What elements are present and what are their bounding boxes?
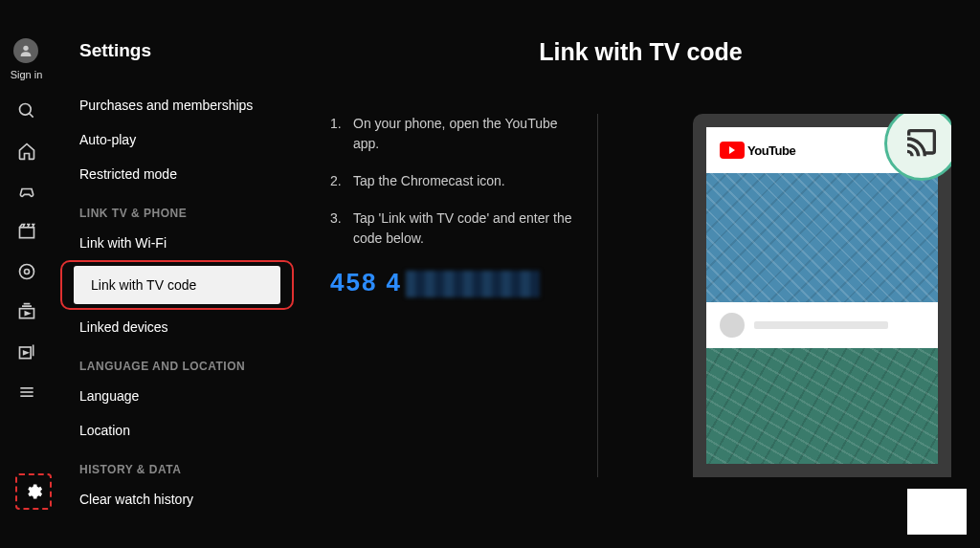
svg-point-1: [19, 104, 31, 116]
gear-icon[interactable]: [24, 482, 43, 501]
step-2: 2.Tap the Chromecast icon.: [330, 171, 578, 191]
channel-avatar-placeholder: [720, 313, 745, 338]
subscriptions-icon[interactable]: [15, 300, 38, 323]
signin-label: Sign in: [11, 69, 43, 80]
main-content: Link with TV code 1.On your phone, open …: [301, 0, 980, 548]
signin-section[interactable]: Sign in: [11, 38, 43, 80]
page-title: Settings: [53, 40, 301, 61]
music-icon[interactable]: [15, 260, 38, 283]
illustration: YouTube: [627, 114, 951, 477]
tv-code: 458 4: [330, 268, 578, 297]
menu-autoplay[interactable]: Auto-play: [53, 122, 301, 157]
annotation-highlight: Link with TV code: [60, 260, 294, 310]
channel-row: [706, 302, 938, 348]
svg-point-0: [24, 46, 29, 51]
tv-code-obscured: [406, 271, 540, 297]
avatar-icon: [13, 38, 38, 63]
svg-point-5: [24, 270, 29, 274]
menu-icon[interactable]: [15, 381, 38, 404]
home-icon[interactable]: [15, 140, 38, 163]
menu-header-lang: LANGUAGE AND LOCATION: [53, 350, 301, 379]
library-icon[interactable]: [15, 340, 38, 363]
svg-line-2: [29, 114, 33, 118]
step-3: 3.Tap 'Link with TV code' and enter the …: [330, 208, 578, 249]
svg-point-4: [19, 265, 33, 279]
menu-header-history: HISTORY & DATA: [53, 453, 301, 482]
steps-list: 1.On your phone, open the YouTube app. 2…: [330, 114, 598, 477]
menu-location[interactable]: Location: [53, 413, 301, 448]
video-thumbnail: [706, 173, 938, 302]
menu-purchases[interactable]: Purchases and memberships: [53, 88, 301, 122]
main-title: Link with TV code: [330, 38, 951, 66]
tablet-frame: YouTube: [693, 114, 951, 477]
menu-header-link: LINK TV & PHONE: [53, 197, 301, 226]
settings-sidebar: Settings Purchases and memberships Auto-…: [53, 0, 301, 548]
menu-clear-history[interactable]: Clear watch history: [53, 482, 301, 516]
icon-rail: Sign in: [0, 0, 53, 548]
channel-text-placeholder: [754, 321, 888, 329]
svg-rect-3: [19, 228, 33, 238]
menu-language[interactable]: Language: [53, 379, 301, 413]
step-1: 1.On your phone, open the YouTube app.: [330, 114, 578, 154]
menu-link-tvcode[interactable]: Link with TV code: [74, 266, 280, 304]
settings-gear-highlight: [15, 473, 52, 510]
tv-code-visible: 458 4: [330, 268, 402, 296]
menu-link-wifi[interactable]: Link with Wi-Fi: [53, 226, 301, 260]
corner-overlay: [907, 489, 967, 535]
video-thumbnail: [706, 348, 938, 464]
search-icon[interactable]: [15, 99, 38, 122]
gaming-icon[interactable]: [15, 180, 38, 203]
menu-restricted[interactable]: Restricted mode: [53, 157, 301, 191]
youtube-logo: YouTube: [720, 142, 795, 159]
menu-linked-devices[interactable]: Linked devices: [53, 310, 301, 344]
movies-icon[interactable]: [15, 220, 38, 243]
